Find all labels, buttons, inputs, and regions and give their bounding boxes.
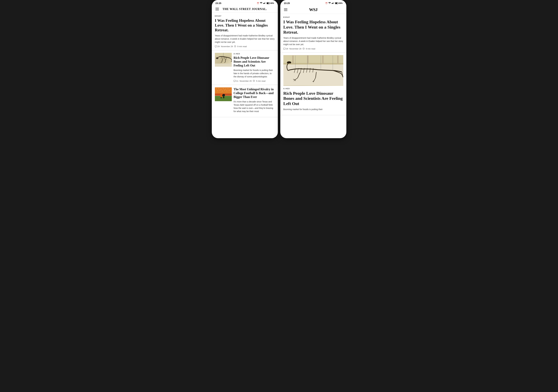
battery-icon: 66% bbox=[335, 2, 342, 4]
article-thumbnail bbox=[215, 53, 232, 67]
wsj-logo-full: THE WALL STREET JOURNAL. bbox=[219, 8, 270, 11]
comment-icon: 29 bbox=[283, 48, 288, 50]
status-bar-right: 23:25 ⏰ 66% bbox=[280, 0, 346, 6]
status-icons-right: ⏰ 66% bbox=[325, 2, 342, 4]
svg-point-26 bbox=[216, 88, 217, 89]
article-label: ESSAY bbox=[215, 15, 275, 17]
article-date: November 29 bbox=[289, 48, 301, 50]
article-title: Rich People Love Dinosaur Bones and Scie… bbox=[234, 56, 275, 67]
svg-rect-5 bbox=[266, 2, 266, 4]
article-label: A-HED bbox=[283, 88, 343, 89]
svg-point-30 bbox=[225, 89, 226, 89]
article-text: The Most Unhinged Rivalry in College Foo… bbox=[234, 87, 275, 114]
svg-rect-3 bbox=[264, 3, 265, 4]
status-bar-left: 23:25 ⏰ 66% bbox=[212, 0, 278, 6]
article-item[interactable]: A-HED Rich People Love Dinosaur Bones an… bbox=[280, 53, 346, 115]
signal-icon bbox=[331, 2, 334, 4]
svg-rect-54 bbox=[338, 3, 339, 4]
svg-point-45 bbox=[220, 94, 222, 96]
content-right: ESSAY I Was Feeling Hopeless About Love.… bbox=[280, 14, 346, 115]
svg-line-19 bbox=[221, 62, 222, 63]
svg-point-33 bbox=[217, 90, 218, 91]
svg-line-18 bbox=[222, 59, 223, 62]
article-label: A-HED bbox=[234, 53, 275, 55]
svg-rect-48 bbox=[331, 3, 332, 4]
article-date: November 29 bbox=[240, 80, 252, 82]
svg-rect-4 bbox=[265, 2, 265, 4]
football-game-image bbox=[215, 87, 232, 101]
signal-icon bbox=[263, 2, 266, 4]
wifi-icon bbox=[328, 2, 331, 4]
nav-bar-right: WSJ bbox=[280, 6, 346, 14]
svg-rect-55 bbox=[335, 3, 337, 4]
svg-rect-63 bbox=[283, 64, 343, 86]
comment-icon: 29 bbox=[215, 45, 220, 48]
article-subtitle: Booming market for fossils is putting th… bbox=[283, 108, 343, 111]
article-meta: 29 November 29 9 min read bbox=[215, 45, 275, 48]
svg-point-42 bbox=[223, 94, 225, 96]
svg-line-13 bbox=[217, 57, 219, 58]
alarm-icon: ⏰ bbox=[257, 2, 259, 4]
svg-rect-61 bbox=[322, 55, 323, 64]
svg-rect-11 bbox=[215, 64, 232, 67]
alarm-icon: ⏰ bbox=[325, 2, 328, 4]
comment-count: 11 bbox=[236, 80, 238, 82]
read-time: 9 min read bbox=[306, 48, 315, 50]
article-meta: 29 November 29 9 min read bbox=[283, 48, 343, 50]
hamburger-menu-right[interactable] bbox=[283, 8, 288, 11]
article-meta: 11 November 29 5 min read bbox=[234, 80, 275, 82]
svg-rect-50 bbox=[333, 3, 333, 4]
read-time: 9 min read bbox=[237, 45, 247, 48]
svg-point-34 bbox=[219, 90, 220, 91]
comment-count: 29 bbox=[218, 45, 220, 48]
article-subtitle: It's more than a decade since Texas and … bbox=[234, 100, 275, 113]
status-time-right: 23:25 bbox=[284, 2, 290, 4]
content-left: ESSAY I Was Feeling Hopeless About Love.… bbox=[212, 13, 278, 117]
article-text: A-HED Rich People Love Dinosaur Bones an… bbox=[234, 53, 275, 82]
svg-point-35 bbox=[222, 91, 223, 92]
article-date: November 29 bbox=[221, 45, 233, 48]
svg-rect-49 bbox=[332, 3, 333, 4]
svg-rect-59 bbox=[292, 55, 294, 64]
svg-point-29 bbox=[223, 88, 224, 89]
article-subtitle: Years of disappointment had made Katheri… bbox=[283, 36, 343, 46]
article-title: I Was Feeling Hopeless About Love. Then … bbox=[215, 18, 275, 33]
svg-point-47 bbox=[330, 3, 330, 4]
svg-rect-60 bbox=[307, 55, 309, 64]
svg-point-36 bbox=[224, 90, 225, 91]
article-thumbnail bbox=[215, 87, 232, 101]
left-phone: 23:25 ⏰ 66% THE WALL STREET JOURNAL. bbox=[212, 0, 278, 138]
svg-rect-8 bbox=[267, 3, 269, 4]
clock-icon bbox=[253, 80, 255, 82]
article-item[interactable]: The Most Unhinged Rivalry in College Foo… bbox=[212, 85, 278, 117]
status-icons-left: ⏰ 66% bbox=[257, 2, 274, 4]
article-title: The Most Unhinged Rivalry in College Foo… bbox=[234, 87, 275, 99]
svg-point-32 bbox=[230, 89, 231, 90]
svg-rect-7 bbox=[270, 3, 270, 4]
svg-rect-46 bbox=[220, 95, 222, 97]
article-text-right: A-HED Rich People Love Dinosaur Bones an… bbox=[283, 86, 343, 111]
wsj-logo: WSJ bbox=[288, 7, 339, 12]
read-time: 5 min read bbox=[256, 80, 265, 82]
svg-point-37 bbox=[227, 90, 227, 91]
svg-rect-51 bbox=[333, 2, 334, 4]
dino-skeleton-image bbox=[215, 53, 232, 67]
battery-icon: 66% bbox=[267, 2, 274, 4]
nav-bar-left: THE WALL STREET JOURNAL. bbox=[212, 6, 278, 13]
clock-icon bbox=[303, 48, 305, 50]
svg-point-38 bbox=[229, 90, 230, 91]
svg-rect-1 bbox=[263, 3, 263, 4]
svg-point-0 bbox=[261, 3, 262, 4]
svg-rect-62 bbox=[337, 55, 339, 64]
svg-point-28 bbox=[221, 89, 221, 90]
article-item[interactable]: ESSAY I Was Feeling Hopeless About Love.… bbox=[280, 14, 346, 53]
hamburger-menu-left[interactable] bbox=[215, 7, 219, 11]
comment-count: 29 bbox=[286, 48, 288, 50]
wifi-icon bbox=[260, 2, 262, 4]
svg-line-21 bbox=[224, 62, 225, 63]
article-item[interactable]: A-HED Rich People Love Dinosaur Bones an… bbox=[212, 50, 278, 85]
dino-image-large bbox=[283, 55, 343, 86]
dino-skeleton-image-large bbox=[283, 55, 343, 86]
article-item[interactable]: ESSAY I Was Feeling Hopeless About Love.… bbox=[212, 13, 278, 50]
article-title: Rich People Love Dinosaur Bones and Scie… bbox=[283, 91, 343, 106]
